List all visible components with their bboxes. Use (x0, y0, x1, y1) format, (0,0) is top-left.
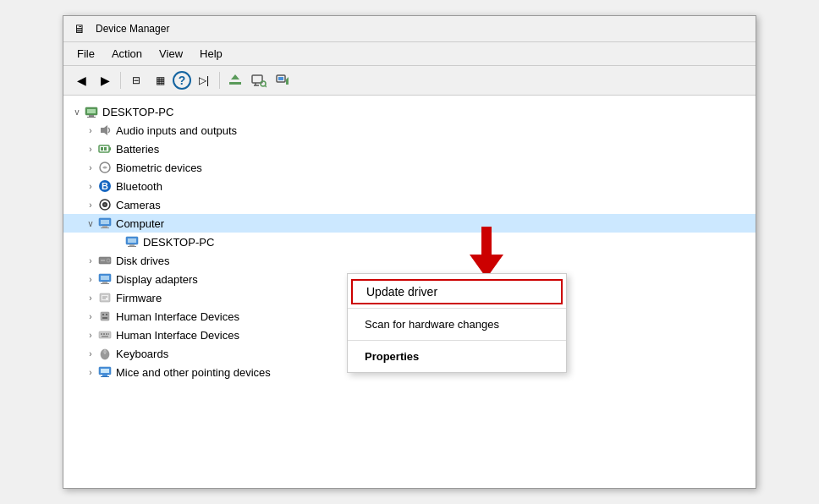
content-area: v DESKTOP-PC › Audio inputs and outp (63, 96, 756, 488)
tree-batteries[interactable]: › Batteries (63, 140, 756, 158)
next-button[interactable]: ▷| (193, 69, 215, 91)
svg-rect-37 (102, 282, 107, 283)
root-label: DESKTOP-PC (102, 106, 173, 118)
svg-rect-12 (87, 117, 96, 118)
svg-rect-57 (101, 369, 109, 373)
ctx-separator-1 (348, 308, 566, 309)
display-icon (97, 271, 113, 287)
svg-rect-45 (106, 314, 107, 315)
bluetooth-label: Bluetooth (116, 180, 162, 193)
audio-expand[interactable]: › (84, 123, 97, 137)
svg-rect-31 (128, 246, 136, 247)
download-icon (275, 73, 290, 88)
tree-root[interactable]: v DESKTOP-PC (63, 102, 756, 121)
svg-rect-26 (102, 226, 107, 227)
svg-rect-15 (109, 147, 111, 151)
scan-icon (251, 73, 267, 88)
hid-expand[interactable]: › (84, 310, 97, 323)
monitors-label: Mice and other pointing devices (116, 366, 271, 379)
hid-icon (97, 309, 113, 324)
biometric-expand[interactable]: › (84, 161, 97, 174)
sub-expand: › (111, 235, 124, 249)
tree-biometric[interactable]: › Biometric devices (63, 158, 756, 177)
keyboards-label: Human Interface Devices (116, 329, 239, 342)
help-button[interactable]: ? (173, 71, 191, 90)
toolbar-separator-2 (219, 72, 220, 89)
svg-point-23 (104, 204, 107, 206)
forward-button[interactable]: ▶ (94, 69, 116, 91)
firmware-icon (97, 290, 113, 305)
firmware-label: Firmware (116, 292, 162, 304)
audio-icon (97, 123, 113, 138)
bluetooth-expand[interactable]: › (84, 179, 97, 193)
download-button[interactable] (272, 69, 294, 91)
tree-computer-sub[interactable]: › DESKTOP-PC (63, 233, 756, 251)
update-driver-button[interactable] (224, 69, 246, 91)
display-expand[interactable]: › (84, 272, 97, 286)
update-icon (228, 73, 243, 88)
svg-rect-11 (89, 115, 94, 117)
svg-rect-50 (106, 333, 107, 335)
ctx-scan-hardware[interactable]: Scan for hardware changes (348, 312, 566, 337)
batteries-expand[interactable]: › (84, 142, 97, 156)
cameras-expand[interactable]: › (84, 198, 97, 211)
firmware-expand[interactable]: › (84, 291, 97, 304)
biometric-label: Biometric devices (116, 162, 202, 174)
tree-bluetooth[interactable]: › B Bluetooth (63, 177, 756, 195)
svg-rect-30 (129, 244, 135, 246)
tree-cameras[interactable]: › Cameras (63, 195, 756, 214)
disk-icon (97, 253, 113, 268)
bluetooth-icon: B (97, 178, 113, 194)
svg-rect-10 (87, 109, 96, 113)
ctx-separator-2 (348, 340, 566, 341)
svg-marker-1 (231, 74, 239, 79)
scan-button[interactable] (248, 69, 270, 91)
context-menu: Update driver Scan for hardware changes … (347, 273, 567, 373)
svg-rect-48 (101, 333, 102, 335)
svg-rect-36 (101, 276, 109, 280)
cameras-icon (97, 197, 113, 212)
menu-file[interactable]: File (70, 45, 102, 63)
tree-disk[interactable]: › Disk drives (63, 251, 756, 270)
svg-rect-58 (102, 375, 107, 376)
svg-rect-51 (108, 333, 109, 335)
svg-rect-49 (103, 333, 105, 335)
show-hide-button[interactable]: ⊟ (125, 69, 147, 91)
computer-expand[interactable]: v (84, 216, 97, 230)
hid-label: Human Interface Devices (116, 310, 239, 323)
menu-view[interactable]: View (152, 45, 190, 63)
disk-expand[interactable]: › (84, 254, 97, 267)
biometric-icon (97, 160, 113, 175)
computer-sub-icon (124, 234, 140, 249)
svg-rect-17 (104, 147, 107, 151)
svg-rect-47 (99, 331, 111, 338)
computer-icon (97, 216, 113, 231)
keyboards-icon (97, 327, 113, 342)
window-icon: 🖥 (72, 21, 87, 36)
ctx-properties[interactable]: Properties (348, 344, 566, 369)
svg-text:B: B (102, 181, 108, 191)
arrow-shaft (481, 227, 492, 256)
computer-label: Computer (116, 217, 164, 230)
toolbar: ◀ ▶ ⊟ ▦ ? ▷| (63, 66, 756, 96)
ctx-update-driver[interactable]: Update driver (351, 279, 563, 304)
back-button[interactable]: ◀ (70, 69, 92, 91)
menu-help[interactable]: Help (193, 45, 229, 63)
svg-line-6 (265, 85, 267, 87)
menu-action[interactable]: Action (105, 45, 149, 63)
properties-button[interactable]: ▦ (149, 69, 171, 91)
tree-audio[interactable]: › Audio inputs and outputs (63, 121, 756, 140)
svg-rect-0 (229, 82, 241, 85)
svg-rect-52 (102, 336, 108, 337)
cameras-label: Cameras (116, 199, 161, 211)
svg-rect-27 (101, 227, 109, 228)
svg-rect-34 (101, 260, 105, 261)
root-expand[interactable]: v (70, 105, 84, 118)
svg-rect-43 (101, 312, 109, 320)
mice-expand[interactable]: › (84, 347, 97, 360)
svg-rect-40 (102, 295, 108, 300)
tree-computer[interactable]: v Computer (63, 214, 756, 233)
monitors-expand[interactable]: › (84, 365, 97, 379)
keyboards-expand[interactable]: › (84, 328, 97, 342)
svg-rect-25 (101, 220, 109, 224)
